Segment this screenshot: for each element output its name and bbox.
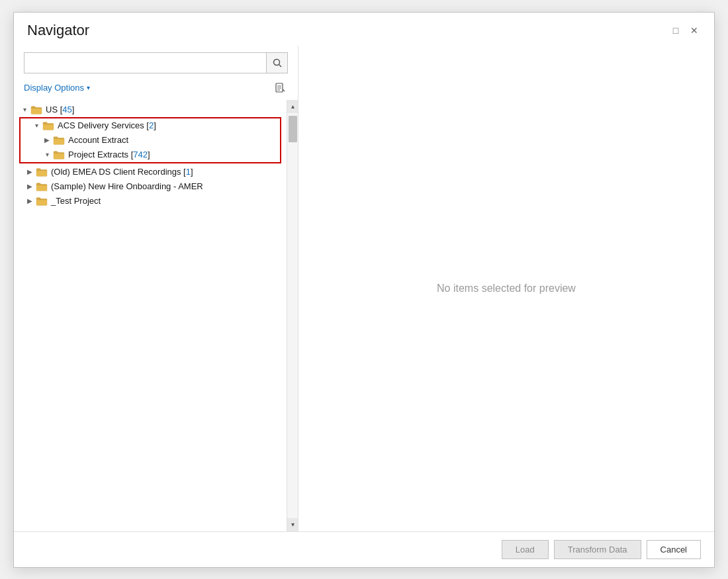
expand-icon-test-project: ▶	[24, 196, 35, 206]
folder-icon-project-extracts	[52, 150, 66, 160]
expand-icon-account-extract: ▶	[42, 135, 52, 146]
tree-item-acs-label: ACS Delivery Services [2]	[58, 120, 156, 130]
navigator-dialog: Navigator □ ✕ Display Opti	[13, 12, 715, 568]
tree-item-us[interactable]: ▾ US [45]	[14, 103, 287, 117]
folder-icon-old-emea	[35, 167, 48, 177]
expand-icon-new-hire: ▶	[24, 181, 35, 192]
folder-icon-test-project	[35, 196, 48, 206]
tree-item-new-hire-label: (Sample) New Hire Onboarding - AMER	[51, 181, 203, 191]
expand-icon-acs: ▾	[31, 120, 42, 131]
title-bar: Navigator □ ✕	[14, 13, 714, 46]
search-button[interactable]	[266, 53, 287, 73]
no-preview-message: No items selected for preview	[437, 283, 576, 294]
tree-item-project-extracts-label: Project Extracts [742]	[68, 150, 150, 159]
display-options-label: Display Options	[24, 83, 84, 93]
folder-icon-acs	[42, 120, 55, 131]
tree-item-account-extract-label: Account Extract	[68, 135, 128, 145]
display-options-bar: Display Options ▾	[14, 77, 298, 100]
tree-content: ▾ US [45] ▾	[14, 100, 287, 531]
tree-item-project-extracts[interactable]: ▾ Project Extracts [742]	[21, 148, 280, 162]
display-options-button[interactable]: Display Options ▾	[24, 81, 90, 94]
dialog-title: Navigator	[27, 22, 89, 39]
expand-icon-old-emea: ▶	[24, 167, 35, 177]
expand-icon-us: ▾	[19, 105, 30, 115]
cancel-button[interactable]: Cancel	[647, 540, 701, 559]
tree-item-test-project-label: _Test Project	[51, 196, 101, 206]
file-action-button[interactable]	[272, 80, 288, 96]
display-options-caret-icon: ▾	[87, 84, 90, 91]
tree-item-us-label: US [45]	[46, 105, 74, 114]
scroll-track	[287, 113, 298, 518]
main-content: Display Options ▾	[14, 46, 714, 531]
svg-line-1	[279, 64, 281, 67]
tree-item-old-emea[interactable]: ▶ (Old) EMEA DS Client Recordings [1]	[14, 165, 287, 179]
search-input[interactable]	[24, 54, 266, 71]
tree-item-acs[interactable]: ▾ ACS Delivery Services [2]	[21, 118, 280, 133]
folder-icon-new-hire	[35, 181, 48, 192]
svg-point-0	[273, 59, 279, 65]
tree-item-account-extract[interactable]: ▶ Account Extract	[21, 133, 280, 148]
tree-area: ▾ US [45] ▾	[14, 100, 298, 531]
minimize-button[interactable]: □	[669, 24, 682, 37]
tree-item-test-project[interactable]: ▶ _Test Project	[14, 194, 287, 208]
left-panel: Display Options ▾	[14, 46, 298, 531]
highlighted-section: ▾ ACS Delivery Services [2] ▶	[19, 117, 281, 163]
bottom-bar: Load Transform Data Cancel	[14, 531, 714, 567]
close-button[interactable]: ✕	[688, 24, 701, 37]
tree-item-new-hire[interactable]: ▶ (Sample) New Hire Onboarding - AMER	[14, 179, 287, 194]
right-panel: No items selected for preview	[298, 46, 714, 531]
scroll-thumb	[289, 116, 297, 142]
search-bar	[24, 52, 288, 73]
load-button[interactable]: Load	[502, 540, 549, 559]
folder-icon-account-extract	[52, 135, 66, 146]
expand-icon-project-extracts: ▾	[42, 150, 52, 160]
transform-data-button[interactable]: Transform Data	[554, 540, 641, 559]
scroll-up-button[interactable]: ▴	[287, 100, 298, 113]
tree-scrollbar: ▴ ▾	[287, 100, 298, 531]
scroll-down-button[interactable]: ▾	[287, 518, 298, 531]
tree-item-old-emea-label: (Old) EMEA DS Client Recordings [1]	[51, 167, 193, 177]
title-controls: □ ✕	[669, 24, 701, 37]
folder-icon-us	[30, 105, 43, 115]
